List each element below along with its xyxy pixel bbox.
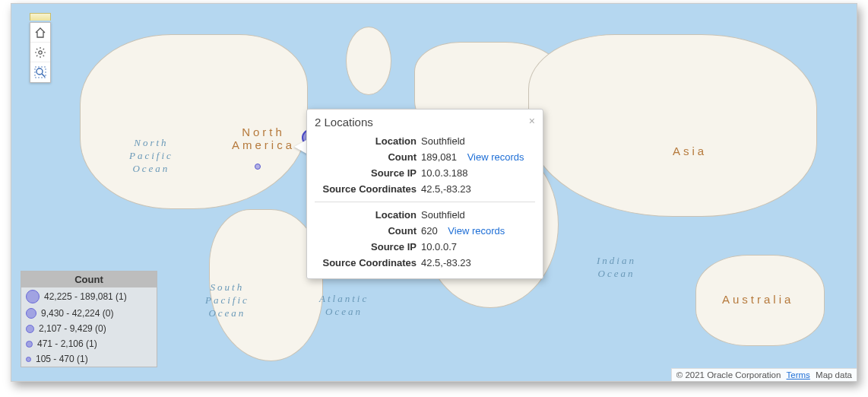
legend-dot-icon (26, 308, 36, 319)
popup-body: Location Southfield Count 189,081 View r… (307, 133, 543, 278)
view-records-link-0[interactable]: View records (467, 151, 524, 163)
land-north-america (80, 34, 308, 209)
toolbar-grip[interactable] (30, 13, 51, 21)
gear-icon (34, 46, 46, 59)
zoom-area-button[interactable] (30, 62, 50, 82)
continent-label-australia: Australia (722, 293, 794, 306)
legend-row: 9,430 - 42,224 (0) (21, 306, 157, 321)
continent-label-na: NorthAmerica (232, 125, 295, 151)
map-popup: 2 Locations × Location Southfield Count … (306, 109, 543, 279)
home-icon (34, 27, 46, 39)
map-toolbar (30, 22, 51, 83)
map-canvas[interactable]: NorthAmerica Asia Australia NorthPacific… (11, 3, 857, 382)
legend-row: 471 - 2,106 (1) (21, 336, 157, 351)
ocean-label-atlantic: AtlanticOcean (319, 293, 369, 319)
legend-range-label: 42,225 - 189,081 (1) (44, 291, 127, 302)
ocean-label-south-pacific: SouthPacificOcean (205, 281, 249, 320)
popup-key-coords: Source Coordinates (315, 257, 421, 268)
popup-key-count: Count (315, 151, 421, 163)
legend-range-label: 471 - 2,106 (1) (37, 338, 97, 349)
popup-key-location: Location (315, 135, 421, 147)
ocean-label-north-pacific: NorthPacificOcean (129, 137, 173, 176)
popup-title: 2 Locations (315, 116, 373, 129)
land-asia (528, 34, 817, 217)
map-marker-small[interactable] (255, 164, 261, 170)
popup-val-count-1: 620 (421, 225, 438, 237)
mapdata-text: Map data (816, 370, 852, 380)
popup-val-location-0: Southfield (421, 135, 535, 147)
legend-dot-icon (26, 341, 33, 348)
popup-key-count: Count (315, 225, 421, 237)
popup-key-coords: Source Coordinates (315, 183, 421, 195)
legend-range-label: 105 - 470 (1) (36, 354, 88, 364)
popup-key-location: Location (315, 209, 421, 221)
popup-val-sourceip-1: 10.0.0.7 (421, 241, 535, 252)
legend-dot-icon (26, 357, 31, 362)
view-records-link-1[interactable]: View records (448, 225, 505, 237)
map-legend: Count 42,225 - 189,081 (1)9,430 - 42,224… (21, 271, 157, 367)
legend-dot-icon (26, 290, 40, 303)
popup-key-sourceip: Source IP (315, 241, 421, 252)
home-button[interactable] (30, 23, 50, 43)
popup-val-sourceip-0: 10.0.3.188 (421, 167, 535, 179)
map-attribution: © 2021 Oracle Corporation Terms Map data (671, 368, 857, 381)
popup-close-button[interactable]: × (529, 116, 535, 126)
legend-row: 105 - 470 (1) (21, 351, 157, 367)
popup-val-location-1: Southfield (421, 209, 535, 221)
popup-separator (315, 202, 535, 202)
terms-link[interactable]: Terms (787, 370, 810, 380)
ocean-label-indian: IndianOcean (597, 255, 636, 281)
popup-val-count-0: 189,081 (421, 151, 457, 163)
svg-point-1 (36, 68, 43, 75)
legend-title: Count (21, 272, 157, 287)
legend-range-label: 2,107 - 9,429 (0) (39, 323, 106, 334)
popup-val-coords-0: 42.5,-83.23 (421, 183, 535, 195)
continent-label-asia: Asia (673, 145, 707, 157)
legend-dot-icon (26, 325, 34, 333)
svg-point-0 (39, 50, 42, 53)
settings-button[interactable] (30, 43, 50, 62)
legend-range-label: 9,430 - 42,224 (0) (41, 308, 113, 319)
land-greenland (346, 27, 391, 95)
copyright-text: © 2021 Oracle Corporation (676, 370, 781, 380)
zoom-area-icon (34, 66, 46, 78)
popup-val-coords-1: 42.5,-83.23 (421, 257, 535, 268)
legend-row: 2,107 - 9,429 (0) (21, 321, 157, 336)
svg-line-2 (42, 74, 45, 77)
legend-row: 42,225 - 189,081 (1) (21, 287, 157, 306)
popup-key-sourceip: Source IP (315, 167, 421, 179)
